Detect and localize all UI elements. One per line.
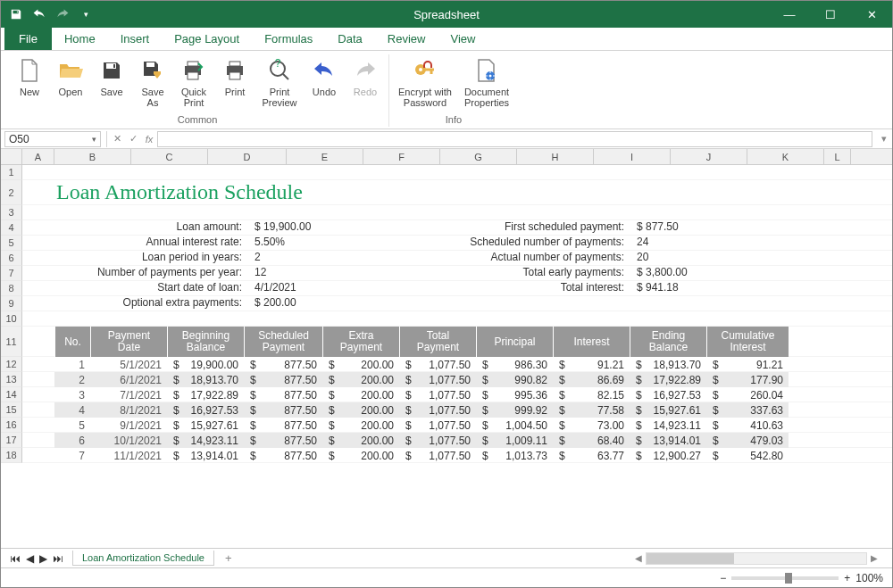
table-cell[interactable]: $200.00	[322, 372, 399, 387]
expand-formula-icon[interactable]: ▾	[876, 133, 892, 145]
table-cell[interactable]: $19,900.00	[167, 357, 244, 372]
table-cell[interactable]: $13,914.01	[630, 433, 706, 448]
table-cell[interactable]: $14,923.11	[167, 433, 244, 448]
horizontal-scrollbar[interactable]: ◀▶	[631, 552, 881, 565]
table-cell[interactable]: $1,009.11	[476, 433, 553, 448]
row-header[interactable]: 3	[1, 205, 22, 220]
table-cell[interactable]: 11/1/2021	[90, 448, 167, 463]
save-button[interactable]: Save	[92, 54, 131, 110]
table-cell[interactable]: $337.63	[706, 402, 789, 418]
table-cell[interactable]: $877.50	[244, 372, 322, 387]
table-cell[interactable]: $86.69	[553, 372, 630, 387]
tab-formulas[interactable]: Formulas	[252, 28, 325, 50]
row-header[interactable]: 1	[1, 165, 22, 180]
col-header[interactable]: F	[363, 149, 440, 164]
enter-formula-icon[interactable]: ✓	[125, 133, 141, 145]
row-header[interactable]: 13	[1, 372, 22, 387]
table-cell[interactable]: $877.50	[244, 433, 322, 448]
row-header[interactable]: 15	[1, 402, 22, 418]
row-header[interactable]: 5	[1, 236, 22, 251]
tab-page-layout[interactable]: Page Layout	[162, 28, 252, 50]
table-cell[interactable]: 9/1/2021	[90, 418, 167, 433]
tab-view[interactable]: View	[438, 28, 488, 50]
name-box[interactable]: O50▾	[4, 131, 101, 147]
formula-input[interactable]	[157, 131, 872, 147]
row-header[interactable]: 10	[1, 311, 22, 327]
table-cell[interactable]: $200.00	[322, 387, 399, 402]
table-cell[interactable]: 6	[54, 433, 90, 448]
table-cell[interactable]: $1,077.50	[399, 433, 476, 448]
row-header[interactable]: 7	[1, 266, 22, 281]
prev-sheet-icon[interactable]: ◀	[26, 552, 34, 565]
table-cell[interactable]: $13,914.01	[167, 448, 244, 463]
row-header[interactable]: 8	[1, 281, 22, 296]
row-header[interactable]: 14	[1, 387, 22, 402]
print-button[interactable]: Print	[215, 54, 255, 110]
table-cell[interactable]: $1,077.50	[399, 418, 476, 433]
table-cell[interactable]: $14,923.11	[630, 418, 706, 433]
table-cell[interactable]: $77.58	[553, 402, 630, 418]
table-cell[interactable]: $410.63	[706, 418, 789, 433]
encrypt-button[interactable]: Encrypt with Password	[393, 54, 457, 110]
tab-insert[interactable]: Insert	[108, 28, 163, 50]
first-sheet-icon[interactable]: ⏮	[10, 552, 21, 565]
table-cell[interactable]: $16,927.53	[630, 387, 706, 402]
table-cell[interactable]: $479.03	[706, 433, 789, 448]
row-header[interactable]: 4	[1, 220, 22, 236]
table-cell[interactable]: $877.50	[244, 387, 322, 402]
table-cell[interactable]: $200.00	[322, 448, 399, 463]
table-cell[interactable]: 10/1/2021	[90, 433, 167, 448]
row-header[interactable]: 6	[1, 251, 22, 266]
table-cell[interactable]: $877.50	[244, 448, 322, 463]
table-cell[interactable]: $15,927.61	[630, 402, 706, 418]
table-cell[interactable]: 2	[54, 372, 90, 387]
table-cell[interactable]: $1,077.50	[399, 372, 476, 387]
col-header[interactable]: L	[824, 149, 851, 164]
table-cell[interactable]: $82.15	[553, 387, 630, 402]
table-cell[interactable]: $68.40	[553, 433, 630, 448]
table-cell[interactable]: $63.77	[553, 448, 630, 463]
table-cell[interactable]: $1,077.50	[399, 387, 476, 402]
table-cell[interactable]: $260.04	[706, 387, 789, 402]
undo-button[interactable]: Undo	[305, 54, 344, 110]
sheet-tab[interactable]: Loan Amortization Schedule	[72, 551, 214, 566]
col-header[interactable]: C	[131, 149, 208, 164]
maximize-button[interactable]: ☐	[810, 1, 851, 28]
tab-file[interactable]: File	[4, 28, 52, 50]
table-cell[interactable]: $986.30	[476, 357, 553, 372]
zoom-slider[interactable]	[731, 576, 839, 580]
table-cell[interactable]: $91.21	[553, 357, 630, 372]
table-cell[interactable]: $200.00	[322, 418, 399, 433]
table-cell[interactable]: $18,913.70	[630, 357, 706, 372]
table-cell[interactable]: $200.00	[322, 402, 399, 418]
open-button[interactable]: Open	[51, 54, 90, 110]
col-header[interactable]: E	[287, 149, 363, 164]
col-header[interactable]: D	[208, 149, 287, 164]
table-cell[interactable]: 5	[54, 418, 90, 433]
table-cell[interactable]: 8/1/2021	[90, 402, 167, 418]
table-cell[interactable]: $200.00	[322, 433, 399, 448]
last-sheet-icon[interactable]: ⏭	[53, 552, 63, 565]
row-header[interactable]: 2	[1, 180, 22, 205]
tab-review[interactable]: Review	[375, 28, 438, 50]
col-header[interactable]: J	[671, 149, 747, 164]
table-cell[interactable]: $1,077.50	[399, 402, 476, 418]
row-header[interactable]: 18	[1, 448, 22, 463]
new-button[interactable]: New	[10, 54, 49, 110]
table-cell[interactable]: 5/1/2021	[90, 357, 167, 372]
table-cell[interactable]: 6/1/2021	[90, 372, 167, 387]
col-header[interactable]: G	[440, 149, 517, 164]
row-header[interactable]: 16	[1, 418, 22, 433]
table-cell[interactable]: $200.00	[322, 357, 399, 372]
row-header[interactable]: 17	[1, 433, 22, 448]
table-cell[interactable]: $17,922.89	[167, 387, 244, 402]
table-cell[interactable]: $12,900.27	[630, 448, 706, 463]
tab-data[interactable]: Data	[325, 28, 374, 50]
table-cell[interactable]: 7	[54, 448, 90, 463]
table-cell[interactable]: $73.00	[553, 418, 630, 433]
select-all-corner[interactable]	[1, 149, 22, 164]
row-header[interactable]: 11	[1, 327, 22, 357]
table-cell[interactable]: $1,004.50	[476, 418, 553, 433]
zoom-level[interactable]: 100%	[855, 572, 883, 584]
qat-customize-icon[interactable]: ▾	[76, 4, 96, 24]
